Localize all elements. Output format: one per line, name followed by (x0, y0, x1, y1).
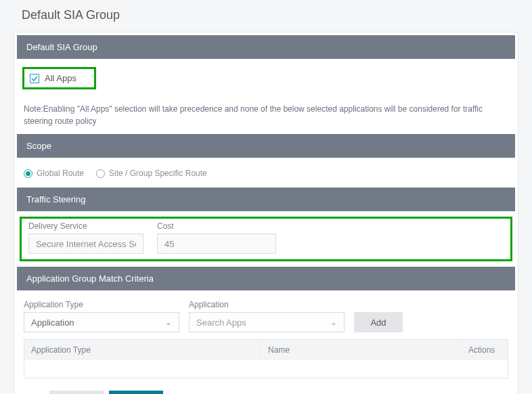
application-placeholder: Search Apps (196, 318, 246, 328)
all-apps-note: Note:Enabling "All Apps" selection will … (14, 96, 518, 131)
scope-radio-row: Global Route Site / Group Specific Route (14, 163, 518, 185)
section-header-scope: Scope (17, 134, 515, 158)
radio-global-route[interactable]: Global Route (24, 169, 84, 178)
radio-site-route[interactable]: Site / Group Specific Route (96, 169, 207, 178)
table-header: Application Type Name Actions (24, 340, 508, 360)
section-header-group: Default SIA Group (17, 35, 515, 59)
add-button[interactable]: Add (354, 312, 403, 332)
all-apps-row: All Apps (14, 64, 518, 96)
main-panel: Default SIA Group All Apps Note:Enabling… (14, 32, 518, 394)
chevron-down-icon: ⌄ (165, 318, 172, 327)
table-body-empty (24, 360, 508, 378)
match-criteria-row: Application Type Application ⌄ Applicati… (14, 296, 518, 339)
cancel-button[interactable]: Cancel (49, 391, 104, 394)
page-title: Default SIA Group (0, 0, 532, 32)
section-header-match: Application Group Match Criteria (17, 267, 515, 290)
chevron-down-icon: ⌄ (330, 318, 337, 327)
col-name: Name (261, 340, 462, 360)
application-type-label: Application Type (24, 300, 179, 309)
application-select[interactable]: Search Apps ⌄ (189, 312, 345, 332)
application-type-select[interactable]: Application ⌄ (24, 312, 179, 332)
save-button[interactable]: Save (109, 391, 163, 394)
add-spacer (354, 300, 403, 309)
cost-input[interactable] (157, 234, 276, 254)
cost-label: Cost (157, 221, 276, 231)
check-icon (31, 75, 38, 82)
all-apps-highlight: All Apps (22, 67, 96, 89)
all-apps-checkbox[interactable] (30, 74, 39, 83)
all-apps-label: All Apps (45, 73, 76, 83)
col-actions: Actions (462, 340, 508, 360)
application-type-value: Application (31, 318, 74, 328)
section-header-traffic: Traffic Steering (17, 188, 515, 211)
match-table: Application Type Name Actions (24, 339, 508, 378)
radio-global-label: Global Route (37, 169, 84, 178)
radio-site-label: Site / Group Specific Route (109, 169, 207, 178)
page-root: Default SIA Group Default SIA Group All … (0, 0, 532, 394)
delivery-service-label: Delivery Service (28, 221, 143, 231)
delivery-service-input[interactable] (28, 234, 143, 254)
footer-buttons: Cancel Save (14, 385, 518, 394)
application-label: Application (189, 300, 345, 309)
traffic-steering-highlight: Delivery Service Cost (20, 217, 512, 261)
col-application-type: Application Type (24, 340, 261, 360)
